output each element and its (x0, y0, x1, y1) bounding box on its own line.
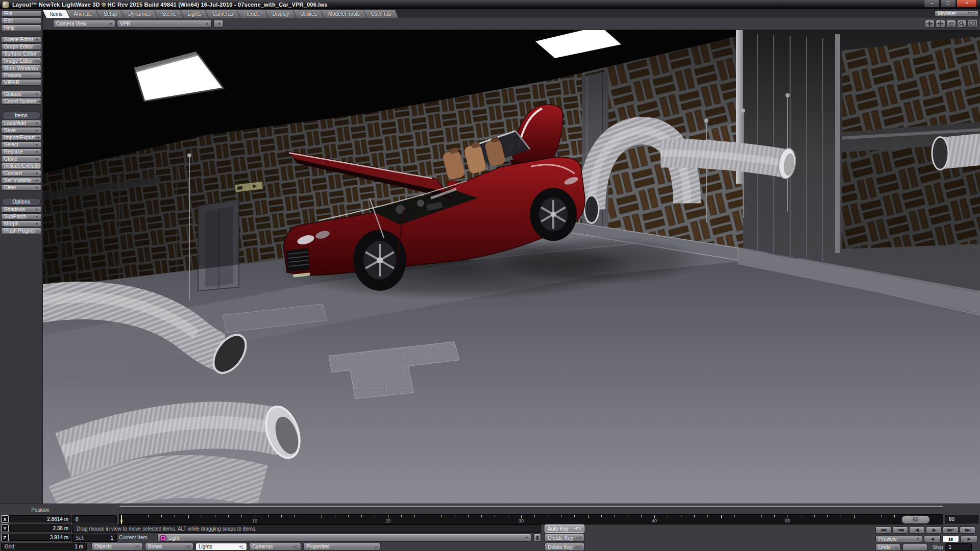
create-key-button[interactable]: Create Key ret (545, 534, 584, 542)
sidebar-item-clone[interactable]: Clone▼ (1, 156, 41, 162)
edit-cameras-button[interactable]: Cameras+C (249, 543, 301, 550)
modeler-button[interactable]: Modeler F12 (935, 10, 978, 17)
sidebar-item-load-add[interactable]: Load/Add▼ (1, 120, 41, 127)
tab-utilities[interactable]: Utilities (293, 10, 324, 18)
sidebar-item-presets[interactable]: Presets (1, 72, 41, 79)
delete-key-button[interactable]: Delete Key del (545, 543, 584, 551)
grid-size-field[interactable]: Grid: 1 m (1, 543, 87, 550)
edit-properties-button[interactable]: Propertiesp (303, 543, 380, 550)
chevron-down-icon: ▼ (33, 151, 38, 154)
last-frame-field[interactable]: 60 (945, 515, 978, 523)
undo-button[interactable]: Undo u (875, 544, 900, 551)
auto-key-button[interactable]: Auto Key +F1 (545, 524, 584, 533)
sidebar-item-convert[interactable]: Convert▼ (1, 170, 41, 177)
edit-mode-buttons: Objects+OBones+BLights+LCameras+CPropert… (91, 543, 380, 550)
pan-view-button[interactable] (936, 20, 945, 28)
center-item-button[interactable] (925, 20, 935, 28)
prev-frame-button[interactable]: ◀|| (909, 527, 925, 534)
tab-animate[interactable]: Animate (66, 10, 100, 18)
chevron-down-icon: ▼ (33, 186, 38, 189)
sidebar-item-more-windows[interactable]: More Windows▼ (1, 65, 41, 71)
tab-cameras[interactable]: Cameras (205, 10, 240, 18)
play-forward-button[interactable]: ▶ (961, 535, 977, 542)
menu-edit[interactable]: Edit (1, 17, 41, 24)
sidebar-item-save[interactable]: Save▼ (1, 127, 41, 134)
maximize-button[interactable]: □ (940, 0, 956, 8)
tab-user-tab[interactable]: User Tab (364, 10, 399, 18)
viewport-options-dropdown[interactable]: ▼ (213, 20, 224, 28)
x-value-field[interactable]: 2.8614 m (9, 515, 71, 522)
maximize-view-button[interactable] (968, 20, 977, 28)
sidebar-item-scene-editor[interactable]: Scene Editor▼ (1, 36, 41, 43)
tab-lights[interactable]: Lights (181, 10, 209, 18)
close-button[interactable]: × (957, 0, 977, 8)
go-first-button[interactable]: |◀◀ (875, 527, 891, 534)
zoom-view-button[interactable] (957, 20, 967, 28)
sidebar-item-set-visibility[interactable]: Set Visibility▼ (1, 177, 41, 184)
render-viewport[interactable] (43, 30, 980, 504)
preview-dropdown[interactable]: Preview ▼ (875, 535, 922, 542)
lightwave-layout-window: Layout™ NewTek LightWave 3D ® HC Rev 201… (0, 0, 980, 551)
timeline-playhead[interactable] (121, 515, 122, 524)
chevron-down-icon: ▼ (33, 38, 38, 41)
z-value-field[interactable]: 3.914 m (9, 534, 71, 541)
z-axis-button[interactable]: Z (1, 534, 9, 541)
sidebar-item-subpatch[interactable]: SubPatch▼ (1, 213, 41, 220)
view-type-dropdown[interactable]: Camera View ▼ (53, 20, 115, 28)
item-options-button[interactable] (533, 534, 541, 542)
chevron-down-icon: ▼ (216, 22, 221, 26)
sidebar-item-viper[interactable]: VIPER (1, 79, 41, 86)
sidebar-item-import-export[interactable]: Import/Export▼ (1, 134, 41, 141)
step-field[interactable]: 1 (945, 543, 972, 551)
sidebar-item-select[interactable]: Select▼ (1, 141, 41, 148)
edit-bones-button[interactable]: Bones+B (145, 543, 193, 550)
redo-button[interactable]: Redo (902, 544, 927, 551)
timeline-scrollbar[interactable] (119, 505, 943, 508)
sidebar-item-clear[interactable]: Clear▼ (1, 184, 41, 191)
menu-help[interactable]: Help (1, 24, 41, 31)
sidebar-item-globals[interactable]: Globals▼ (1, 91, 41, 97)
tab-items[interactable]: Items (43, 10, 69, 18)
x-axis-button[interactable]: X (1, 515, 9, 523)
next-keyframe-button[interactable]: ▶▶+ (943, 527, 959, 534)
tab-dynamics[interactable]: Dynamics (121, 10, 158, 18)
edit-lights-button[interactable]: Lights+L (195, 543, 247, 550)
sidebar-item-include-exclude[interactable]: Include/Exclude▼ (1, 163, 41, 169)
tab-scene[interactable]: Scene (155, 10, 183, 18)
go-last-button[interactable]: ▶▶| (960, 527, 975, 534)
next-frame-button[interactable]: ||▶ (926, 527, 942, 534)
render-mode-dropdown[interactable]: VPR ▼ (117, 20, 212, 28)
tab-render[interactable]: Render (237, 10, 268, 18)
current-item-dropdown[interactable]: Light ▼ (157, 534, 531, 542)
sidebar-item-shadows[interactable]: Shadows▼ (1, 206, 41, 213)
sidebar-item-coord-system[interactable]: Coord System▼ (1, 98, 41, 105)
sidebar-item-flush-plugins[interactable]: Flush Plugins (1, 228, 41, 234)
chevron-down-icon: ▼ (38, 67, 43, 70)
y-axis-button[interactable]: Y (1, 524, 9, 532)
y-value-field[interactable]: 2.38 m (9, 524, 71, 532)
current-frame-field[interactable]: 0 (72, 515, 117, 523)
group-header-options: Options (2, 198, 41, 206)
rotate-view-button[interactable] (946, 20, 956, 28)
sidebar-item-surface-editor[interactable]: Surface Editor^F3 (1, 51, 41, 57)
sidebar-item-image-editor[interactable]: Image Editor^F4 (1, 58, 41, 64)
prev-keyframe-button[interactable]: +◀◀ (892, 527, 908, 534)
transport-controls: |◀◀+◀◀◀||||▶▶▶+▶▶| (875, 527, 975, 534)
edit-objects-button[interactable]: Objects+O (91, 543, 143, 550)
chevron-down-icon: ▼ (33, 215, 38, 218)
pause-button[interactable]: ▮▮ (942, 535, 959, 542)
play-reverse-button[interactable]: ◀ (924, 535, 941, 542)
sidebar-item-replace[interactable]: Replace▼ (1, 148, 41, 155)
timeline-slider-handle[interactable]: 60 (901, 515, 930, 524)
channel-group-title: Position (9, 507, 71, 513)
chevron-down-icon: ▼ (33, 179, 38, 182)
sidebar-item-graph-editor[interactable]: Graph Editor^F2 (1, 43, 41, 50)
menu-file[interactable]: File (1, 10, 41, 17)
sidebar-item-morph[interactable]: Morph▼ (1, 220, 41, 227)
tab-display[interactable]: Display (265, 10, 297, 18)
tab-modeler-tools[interactable]: Modeler Tools (321, 10, 367, 18)
tab-setup[interactable]: Setup (96, 10, 124, 18)
light-item-icon (160, 535, 166, 541)
minimize-button[interactable]: – (924, 0, 940, 8)
timeline-ruler[interactable]: 60 01020304050 (119, 514, 943, 524)
